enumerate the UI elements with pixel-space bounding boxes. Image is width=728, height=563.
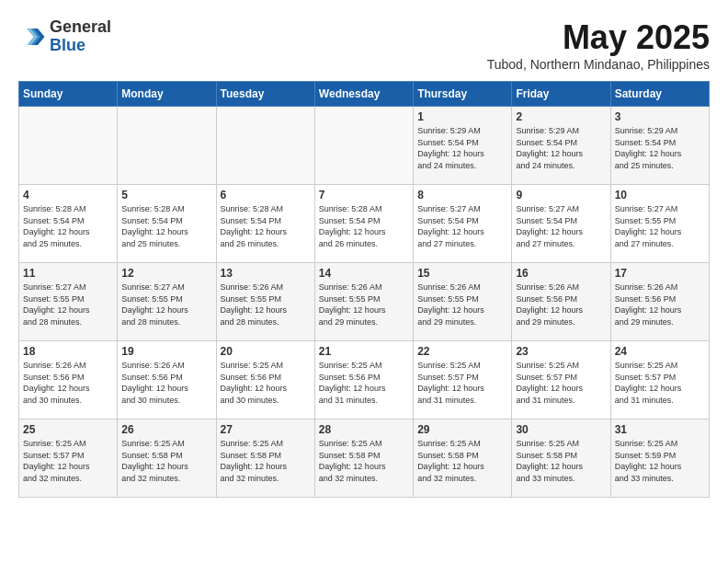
day-number: 15 xyxy=(417,267,507,280)
day-info: Sunrise: 5:26 AM Sunset: 5:55 PM Dayligh… xyxy=(417,282,507,327)
day-info: Sunrise: 5:25 AM Sunset: 5:59 PM Dayligh… xyxy=(615,438,705,484)
weekday-header-wednesday: Wednesday xyxy=(314,82,413,107)
weekday-header-monday: Monday xyxy=(118,82,216,107)
day-cell: 19Sunrise: 5:26 AM Sunset: 5:56 PM Dayli… xyxy=(118,341,216,419)
day-cell: 15Sunrise: 5:26 AM Sunset: 5:55 PM Dayli… xyxy=(414,263,512,341)
logo-general: General xyxy=(50,18,111,37)
day-number: 16 xyxy=(516,267,606,280)
day-info: Sunrise: 5:25 AM Sunset: 5:58 PM Dayligh… xyxy=(121,438,211,484)
day-number: 21 xyxy=(319,345,409,358)
day-cell: 26Sunrise: 5:25 AM Sunset: 5:58 PM Dayli… xyxy=(118,419,216,498)
day-cell xyxy=(314,107,413,185)
day-cell: 2Sunrise: 5:29 AM Sunset: 5:54 PM Daylig… xyxy=(512,107,610,185)
day-info: Sunrise: 5:26 AM Sunset: 5:55 PM Dayligh… xyxy=(319,282,409,327)
week-row: 11Sunrise: 5:27 AM Sunset: 5:55 PM Dayli… xyxy=(19,263,710,341)
day-info: Sunrise: 5:25 AM Sunset: 5:58 PM Dayligh… xyxy=(319,438,409,484)
day-cell: 17Sunrise: 5:26 AM Sunset: 5:56 PM Dayli… xyxy=(610,263,709,341)
day-info: Sunrise: 5:28 AM Sunset: 5:54 PM Dayligh… xyxy=(221,203,311,249)
weekday-header-friday: Friday xyxy=(512,82,610,107)
day-cell: 20Sunrise: 5:25 AM Sunset: 5:56 PM Dayli… xyxy=(216,341,314,419)
weekday-row: SundayMondayTuesdayWednesdayThursdayFrid… xyxy=(19,82,710,107)
weekday-header-sunday: Sunday xyxy=(19,82,118,107)
day-number: 31 xyxy=(615,423,705,436)
day-number: 4 xyxy=(23,189,113,201)
day-info: Sunrise: 5:25 AM Sunset: 5:57 PM Dayligh… xyxy=(516,360,606,406)
day-info: Sunrise: 5:26 AM Sunset: 5:56 PM Dayligh… xyxy=(615,282,705,327)
title-block: May 2025 Tubod, Northern Mindanao, Phili… xyxy=(487,18,710,72)
day-cell: 11Sunrise: 5:27 AM Sunset: 5:55 PM Dayli… xyxy=(19,263,118,341)
day-info: Sunrise: 5:25 AM Sunset: 5:57 PM Dayligh… xyxy=(23,438,113,484)
day-cell: 18Sunrise: 5:26 AM Sunset: 5:56 PM Dayli… xyxy=(19,341,118,419)
day-number: 18 xyxy=(23,345,113,358)
day-cell: 29Sunrise: 5:25 AM Sunset: 5:58 PM Dayli… xyxy=(414,419,512,498)
day-cell: 30Sunrise: 5:25 AM Sunset: 5:58 PM Dayli… xyxy=(512,419,610,498)
week-row: 4Sunrise: 5:28 AM Sunset: 5:54 PM Daylig… xyxy=(19,185,710,263)
day-cell: 4Sunrise: 5:28 AM Sunset: 5:54 PM Daylig… xyxy=(19,185,118,263)
day-number: 20 xyxy=(221,345,311,358)
calendar-header: SundayMondayTuesdayWednesdayThursdayFrid… xyxy=(19,82,710,107)
day-cell: 14Sunrise: 5:26 AM Sunset: 5:55 PM Dayli… xyxy=(314,263,413,341)
day-info: Sunrise: 5:29 AM Sunset: 5:54 PM Dayligh… xyxy=(516,125,606,171)
day-cell: 12Sunrise: 5:27 AM Sunset: 5:55 PM Dayli… xyxy=(118,263,216,341)
logo: General Blue xyxy=(18,18,111,55)
day-cell xyxy=(19,107,118,185)
calendar-body: 1Sunrise: 5:29 AM Sunset: 5:54 PM Daylig… xyxy=(19,107,710,498)
location-title: Tubod, Northern Mindanao, Philippines xyxy=(487,57,710,72)
day-number: 14 xyxy=(319,267,409,280)
day-number: 8 xyxy=(417,189,507,201)
day-number: 7 xyxy=(319,189,409,201)
day-info: Sunrise: 5:25 AM Sunset: 5:57 PM Dayligh… xyxy=(417,360,507,406)
day-info: Sunrise: 5:27 AM Sunset: 5:54 PM Dayligh… xyxy=(516,203,606,249)
month-title: May 2025 xyxy=(487,18,710,57)
day-info: Sunrise: 5:26 AM Sunset: 5:56 PM Dayligh… xyxy=(121,360,211,406)
day-number: 2 xyxy=(516,110,606,123)
page-header: General Blue May 2025 Tubod, Northern Mi… xyxy=(18,18,710,72)
day-cell: 6Sunrise: 5:28 AM Sunset: 5:54 PM Daylig… xyxy=(216,185,314,263)
day-number: 30 xyxy=(516,423,606,436)
day-cell xyxy=(216,107,314,185)
day-info: Sunrise: 5:25 AM Sunset: 5:58 PM Dayligh… xyxy=(516,438,606,484)
day-cell: 3Sunrise: 5:29 AM Sunset: 5:54 PM Daylig… xyxy=(610,107,709,185)
day-info: Sunrise: 5:28 AM Sunset: 5:54 PM Dayligh… xyxy=(319,203,409,249)
day-info: Sunrise: 5:26 AM Sunset: 5:56 PM Dayligh… xyxy=(516,282,606,327)
day-info: Sunrise: 5:25 AM Sunset: 5:56 PM Dayligh… xyxy=(221,360,311,406)
week-row: 18Sunrise: 5:26 AM Sunset: 5:56 PM Dayli… xyxy=(19,341,710,419)
day-number: 5 xyxy=(121,189,211,201)
logo-blue: Blue xyxy=(50,37,111,55)
day-cell: 21Sunrise: 5:25 AM Sunset: 5:56 PM Dayli… xyxy=(314,341,413,419)
day-cell: 8Sunrise: 5:27 AM Sunset: 5:54 PM Daylig… xyxy=(414,185,512,263)
day-cell: 23Sunrise: 5:25 AM Sunset: 5:57 PM Dayli… xyxy=(512,341,610,419)
day-number: 17 xyxy=(615,267,705,280)
weekday-header-saturday: Saturday xyxy=(610,82,709,107)
day-number: 23 xyxy=(516,345,606,358)
day-cell: 7Sunrise: 5:28 AM Sunset: 5:54 PM Daylig… xyxy=(314,185,413,263)
day-cell: 13Sunrise: 5:26 AM Sunset: 5:55 PM Dayli… xyxy=(216,263,314,341)
day-info: Sunrise: 5:28 AM Sunset: 5:54 PM Dayligh… xyxy=(23,203,113,249)
day-number: 13 xyxy=(221,267,311,280)
day-info: Sunrise: 5:26 AM Sunset: 5:55 PM Dayligh… xyxy=(221,282,311,327)
day-number: 29 xyxy=(417,423,507,436)
logo-text: General Blue xyxy=(50,18,111,55)
day-info: Sunrise: 5:29 AM Sunset: 5:54 PM Dayligh… xyxy=(417,125,507,171)
day-number: 3 xyxy=(615,110,705,123)
day-number: 27 xyxy=(221,423,311,436)
day-info: Sunrise: 5:28 AM Sunset: 5:54 PM Dayligh… xyxy=(121,203,211,249)
day-cell: 16Sunrise: 5:26 AM Sunset: 5:56 PM Dayli… xyxy=(512,263,610,341)
week-row: 25Sunrise: 5:25 AM Sunset: 5:57 PM Dayli… xyxy=(19,419,710,498)
day-cell: 24Sunrise: 5:25 AM Sunset: 5:57 PM Dayli… xyxy=(610,341,709,419)
day-number: 1 xyxy=(417,110,507,123)
day-cell: 22Sunrise: 5:25 AM Sunset: 5:57 PM Dayli… xyxy=(414,341,512,419)
day-cell: 31Sunrise: 5:25 AM Sunset: 5:59 PM Dayli… xyxy=(610,419,709,498)
day-info: Sunrise: 5:25 AM Sunset: 5:58 PM Dayligh… xyxy=(221,438,311,484)
day-cell: 5Sunrise: 5:28 AM Sunset: 5:54 PM Daylig… xyxy=(118,185,216,263)
day-info: Sunrise: 5:25 AM Sunset: 5:58 PM Dayligh… xyxy=(417,438,507,484)
day-cell: 1Sunrise: 5:29 AM Sunset: 5:54 PM Daylig… xyxy=(414,107,512,185)
day-number: 11 xyxy=(23,267,113,280)
day-number: 9 xyxy=(516,189,606,201)
day-number: 25 xyxy=(23,423,113,436)
day-cell: 10Sunrise: 5:27 AM Sunset: 5:55 PM Dayli… xyxy=(610,185,709,263)
logo-icon xyxy=(18,23,46,51)
weekday-header-tuesday: Tuesday xyxy=(216,82,314,107)
day-info: Sunrise: 5:25 AM Sunset: 5:56 PM Dayligh… xyxy=(319,360,409,406)
weekday-header-thursday: Thursday xyxy=(414,82,512,107)
